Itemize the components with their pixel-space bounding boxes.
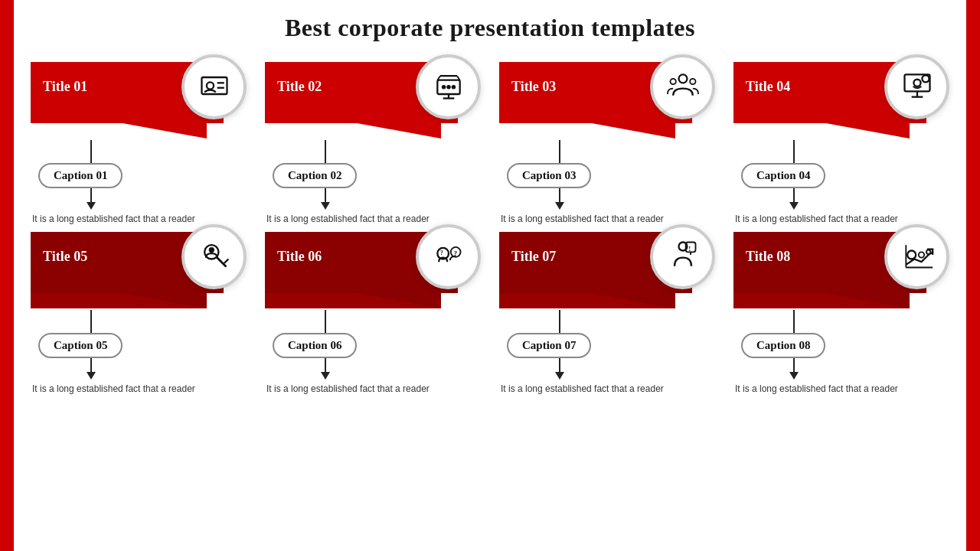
description-card-8: It is a long established fact that a rea… bbox=[733, 383, 898, 396]
banner-card-4: Title 04 bbox=[733, 62, 949, 139]
svg-point-20 bbox=[208, 247, 214, 253]
banner-card-2: Title 02 bbox=[265, 62, 481, 139]
card-6: Title 06 ? ? Caption 06 It is a long est… bbox=[256, 226, 490, 396]
title-card-1: Title 01 bbox=[43, 79, 87, 95]
connector-card-6: Caption 06 bbox=[265, 310, 481, 380]
card-7: Title 07 ! Caption 07 It is a long estab… bbox=[490, 226, 724, 396]
svg-point-8 bbox=[446, 85, 451, 90]
title-card-6: Title 06 bbox=[277, 249, 322, 265]
arrow-line-card-5 bbox=[90, 358, 92, 372]
description-card-2: It is a long established fact that a rea… bbox=[265, 213, 430, 226]
question-group-icon: ? ? bbox=[432, 238, 466, 275]
icon-circle-card-4 bbox=[884, 54, 949, 119]
caption-card-6: Caption 06 bbox=[273, 333, 357, 358]
svg-point-9 bbox=[451, 85, 456, 90]
svg-point-11 bbox=[670, 78, 675, 83]
svg-line-19 bbox=[217, 258, 225, 266]
presentation-icon bbox=[900, 69, 934, 106]
svg-point-1 bbox=[206, 82, 213, 89]
card-4: Title 04 Caption 04 It is a long establi… bbox=[724, 56, 959, 226]
arrow-head-card-4 bbox=[789, 202, 799, 210]
arrow-head-card-8 bbox=[789, 372, 799, 380]
connector-card-8: Caption 08 bbox=[733, 310, 949, 380]
arrow-head-card-5 bbox=[87, 372, 96, 380]
arrow-line-card-6 bbox=[325, 358, 326, 372]
connector-card-7: Caption 07 bbox=[499, 310, 715, 380]
title-card-5: Title 05 bbox=[43, 249, 87, 265]
title-card-2: Title 02 bbox=[277, 79, 322, 95]
description-card-5: It is a long established fact that a rea… bbox=[31, 383, 195, 396]
arrow-line-card-8 bbox=[793, 358, 795, 372]
caption-card-3: Caption 03 bbox=[507, 163, 591, 188]
card-3: Title 03 Caption 03 It is a long establi… bbox=[490, 56, 724, 226]
svg-point-16 bbox=[913, 79, 920, 86]
caption-card-8: Caption 08 bbox=[741, 333, 825, 358]
cards-grid: Title 01 Caption 01 It is a long establi… bbox=[0, 56, 980, 396]
svg-text:!: ! bbox=[688, 245, 691, 253]
connector-card-3: Caption 03 bbox=[499, 140, 715, 210]
caption-card-1: Caption 01 bbox=[38, 163, 122, 188]
card-5: Title 05 Caption 05 It is a long establi… bbox=[21, 226, 256, 396]
description-card-7: It is a long established fact that a rea… bbox=[499, 383, 664, 396]
description-card-4: It is a long established fact that a rea… bbox=[733, 213, 898, 226]
caption-card-5: Caption 05 bbox=[38, 333, 122, 358]
connector-line-card-5 bbox=[90, 310, 92, 333]
banner-card-8: Title 08 bbox=[733, 232, 949, 308]
connector-line-card-1 bbox=[90, 140, 92, 163]
arrow-line-card-1 bbox=[90, 188, 92, 202]
svg-text:?: ? bbox=[440, 249, 443, 256]
connector-card-4: Caption 04 bbox=[733, 140, 949, 210]
arrow-head-card-6 bbox=[321, 372, 330, 380]
banner-card-7: Title 07 ! bbox=[499, 232, 715, 308]
right-bar bbox=[966, 0, 980, 551]
svg-point-7 bbox=[441, 85, 446, 90]
icon-circle-card-5 bbox=[181, 224, 247, 289]
banner-card-5: Title 05 bbox=[31, 232, 247, 308]
id-card-icon bbox=[198, 69, 231, 106]
page-title: Best corporate presentation templates bbox=[0, 0, 980, 50]
connector-card-5: Caption 05 bbox=[31, 310, 247, 380]
arrow-head-card-7 bbox=[555, 372, 564, 380]
svg-point-12 bbox=[690, 78, 695, 83]
arrow-line-card-3 bbox=[559, 188, 560, 202]
icon-circle-card-3 bbox=[650, 54, 715, 119]
idea-person-icon: ! bbox=[666, 238, 700, 275]
icon-circle-card-2 bbox=[416, 54, 481, 119]
svg-point-17 bbox=[922, 75, 929, 82]
title-card-3: Title 03 bbox=[511, 79, 556, 95]
connector-card-1: Caption 01 bbox=[31, 140, 247, 210]
card-1: Title 01 Caption 01 It is a long establi… bbox=[21, 56, 256, 226]
caption-card-7: Caption 07 bbox=[507, 333, 591, 358]
banner-card-1: Title 01 bbox=[31, 62, 247, 139]
banner-card-6: Title 06 ? ? bbox=[265, 232, 481, 308]
svg-point-10 bbox=[678, 74, 687, 83]
group-icon bbox=[666, 69, 700, 106]
description-card-3: It is a long established fact that a rea… bbox=[499, 213, 664, 226]
arrow-head-card-3 bbox=[555, 202, 564, 210]
icon-circle-card-1 bbox=[181, 54, 247, 119]
card-8: Title 08 Caption 08 It is a long establi… bbox=[724, 226, 959, 396]
connector-line-card-4 bbox=[793, 140, 795, 163]
growth-icon bbox=[900, 238, 934, 275]
svg-point-31 bbox=[907, 251, 916, 259]
banner-card-3: Title 03 bbox=[499, 62, 715, 139]
arrow-line-card-7 bbox=[559, 358, 560, 372]
icon-circle-card-7: ! bbox=[650, 224, 715, 289]
title-card-4: Title 04 bbox=[746, 79, 790, 95]
arrow-line-card-4 bbox=[793, 188, 795, 202]
search-user-icon bbox=[198, 238, 231, 275]
title-card-7: Title 07 bbox=[511, 249, 556, 265]
caption-card-4: Caption 04 bbox=[741, 163, 825, 188]
meeting-icon bbox=[432, 69, 466, 106]
connector-line-card-3 bbox=[559, 140, 560, 163]
svg-point-32 bbox=[918, 253, 923, 258]
card-2: Title 02 Caption 02 It is a long establi… bbox=[256, 56, 490, 226]
arrow-head-card-1 bbox=[87, 202, 96, 210]
connector-line-card-7 bbox=[559, 310, 560, 333]
description-card-6: It is a long established fact that a rea… bbox=[265, 383, 430, 396]
connector-line-card-6 bbox=[325, 310, 326, 333]
caption-card-2: Caption 02 bbox=[273, 163, 357, 188]
description-card-1: It is a long established fact that a rea… bbox=[31, 213, 195, 226]
connector-card-2: Caption 02 bbox=[265, 140, 481, 210]
connector-line-card-8 bbox=[793, 310, 795, 333]
